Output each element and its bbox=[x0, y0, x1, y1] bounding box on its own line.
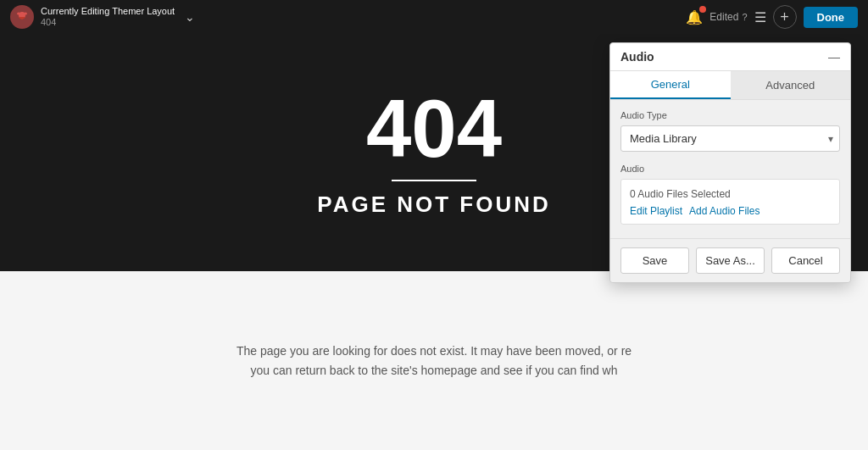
layout-title: Currently Editing Themer Layout 404 bbox=[41, 6, 175, 28]
tab-advanced[interactable]: Advanced bbox=[731, 71, 851, 99]
panel-body: Audio Type Media Library ▾ Audio 0 Audio… bbox=[610, 100, 850, 238]
svg-point-2 bbox=[24, 13, 27, 15]
logo-icon bbox=[10, 5, 34, 29]
page-description: The page you are looking for does not ex… bbox=[236, 342, 632, 380]
title-chevron-icon[interactable]: ⌄ bbox=[185, 10, 195, 24]
light-section: The page you are looking for does not ex… bbox=[0, 271, 868, 450]
panel-title: Audio bbox=[620, 50, 654, 64]
audio-type-select-wrapper: Media Library ▾ bbox=[620, 125, 840, 152]
audio-panel: Audio — General Advanced Audio Type Medi… bbox=[609, 42, 851, 283]
save-button[interactable]: Save bbox=[620, 247, 689, 274]
cancel-button[interactable]: Cancel bbox=[771, 247, 840, 274]
help-icon[interactable]: ? bbox=[742, 12, 747, 22]
audio-files-box: 0 Audio Files Selected Edit Playlist Add… bbox=[620, 179, 840, 225]
audio-type-label: Audio Type bbox=[620, 110, 840, 120]
svg-point-1 bbox=[17, 13, 20, 15]
audio-type-select[interactable]: Media Library bbox=[620, 125, 840, 152]
error-title: PAGE NOT FOUND bbox=[317, 192, 551, 218]
audio-label: Audio bbox=[620, 164, 840, 174]
edit-playlist-link[interactable]: Edit Playlist bbox=[630, 205, 682, 217]
panel-footer: Save Save As... Cancel bbox=[610, 238, 850, 282]
list-icon[interactable]: ☰ bbox=[754, 9, 766, 25]
add-button[interactable]: + bbox=[773, 5, 797, 29]
audio-file-links: Edit Playlist Add Audio Files bbox=[630, 205, 831, 217]
divider bbox=[392, 180, 476, 181]
audio-tabs: General Advanced bbox=[610, 71, 850, 100]
edited-status: Edited ? bbox=[709, 11, 747, 23]
main-content: 404 PAGE NOT FOUND The page you are look… bbox=[0, 34, 868, 450]
done-button[interactable]: Done bbox=[804, 7, 859, 28]
files-count: 0 Audio Files Selected bbox=[630, 188, 831, 200]
notification-badge bbox=[699, 6, 706, 13]
notifications-bell-icon[interactable]: 🔔 bbox=[686, 9, 703, 25]
error-number: 404 bbox=[366, 88, 502, 169]
panel-header: Audio — bbox=[610, 43, 850, 71]
add-audio-link[interactable]: Add Audio Files bbox=[689, 205, 760, 217]
panel-minimize-icon[interactable]: — bbox=[828, 50, 840, 64]
save-as-button[interactable]: Save As... bbox=[696, 247, 765, 274]
topbar: Currently Editing Themer Layout 404 ⌄ 🔔 … bbox=[0, 0, 868, 34]
tab-general[interactable]: General bbox=[610, 71, 731, 99]
